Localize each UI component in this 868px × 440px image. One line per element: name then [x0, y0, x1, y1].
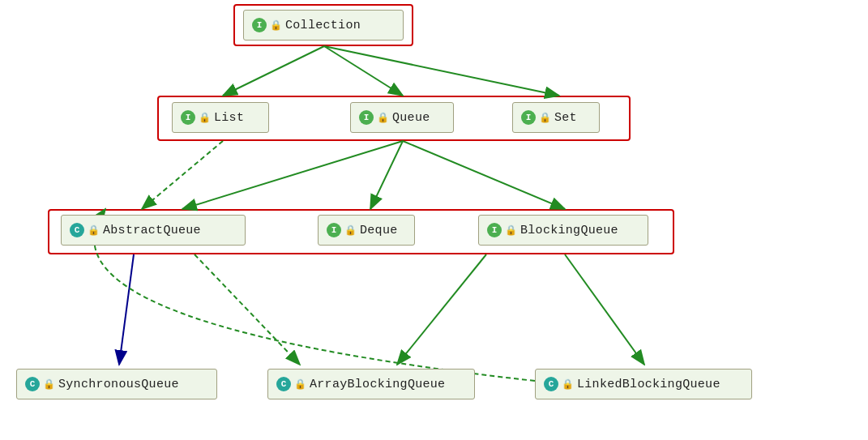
- lock-icon-set: 🔒: [539, 112, 551, 124]
- node-queue[interactable]: I 🔒 Queue: [350, 102, 454, 133]
- lock-icon-synchronousqueue: 🔒: [43, 378, 55, 391]
- node-list[interactable]: I 🔒 List: [172, 102, 269, 133]
- svg-line-12: [397, 254, 486, 365]
- badge-abstractqueue: C: [70, 223, 84, 237]
- node-arrayblockingqueue[interactable]: C 🔒 ArrayBlockingQueue: [267, 369, 475, 399]
- lock-icon-queue: 🔒: [377, 112, 389, 124]
- badge-linkedblockingqueue: C: [544, 377, 558, 391]
- lock-icon-deque: 🔒: [344, 224, 357, 237]
- badge-list: I: [181, 110, 195, 125]
- diagram-container: I 🔒 Collection I 🔒 List I 🔒 Queue I 🔒 Se…: [0, 0, 868, 440]
- label-set: Set: [554, 111, 577, 125]
- svg-line-7: [370, 141, 403, 209]
- badge-synchronousqueue: C: [25, 377, 40, 391]
- svg-line-4: [324, 46, 403, 96]
- svg-line-10: [119, 254, 134, 365]
- node-blockingqueue[interactable]: I 🔒 BlockingQueue: [478, 215, 648, 246]
- label-arrayblockingqueue: ArrayBlockingQueue: [310, 378, 445, 391]
- node-deque[interactable]: I 🔒 Deque: [318, 215, 415, 246]
- label-queue: Queue: [392, 111, 430, 125]
- label-synchronousqueue: SynchronousQueue: [58, 378, 179, 391]
- label-abstractqueue: AbstractQueue: [103, 224, 201, 237]
- svg-line-8: [403, 141, 565, 209]
- badge-arrayblockingqueue: C: [276, 377, 291, 391]
- label-list: List: [214, 111, 244, 125]
- label-collection: Collection: [285, 19, 361, 32]
- svg-line-6: [182, 141, 403, 209]
- node-synchronousqueue[interactable]: C 🔒 SynchronousQueue: [16, 369, 217, 399]
- svg-line-11: [195, 254, 300, 365]
- lock-icon-collection: 🔒: [270, 19, 282, 32]
- node-set[interactable]: I 🔒 Set: [512, 102, 600, 133]
- label-blockingqueue: BlockingQueue: [520, 224, 618, 237]
- label-linkedblockingqueue: LinkedBlockingQueue: [577, 378, 720, 391]
- lock-icon-list: 🔒: [199, 112, 211, 124]
- svg-line-3: [223, 46, 324, 96]
- badge-set: I: [521, 110, 536, 125]
- node-linkedblockingqueue[interactable]: C 🔒 LinkedBlockingQueue: [535, 369, 752, 399]
- lock-icon-linkedblockingqueue: 🔒: [562, 378, 574, 391]
- lock-icon-arrayblockingqueue: 🔒: [294, 378, 306, 391]
- node-abstractqueue[interactable]: C 🔒 AbstractQueue: [61, 215, 246, 246]
- svg-line-13: [565, 254, 644, 365]
- lock-icon-abstractqueue: 🔒: [88, 224, 100, 237]
- badge-deque: I: [327, 223, 341, 237]
- lock-icon-blockingqueue: 🔒: [505, 224, 517, 237]
- badge-queue: I: [359, 110, 374, 125]
- svg-line-5: [324, 46, 559, 96]
- badge-collection: I: [252, 18, 267, 32]
- svg-line-9: [142, 141, 223, 209]
- node-collection[interactable]: I 🔒 Collection: [243, 10, 404, 41]
- badge-blockingqueue: I: [487, 223, 502, 237]
- label-deque: Deque: [360, 224, 398, 237]
